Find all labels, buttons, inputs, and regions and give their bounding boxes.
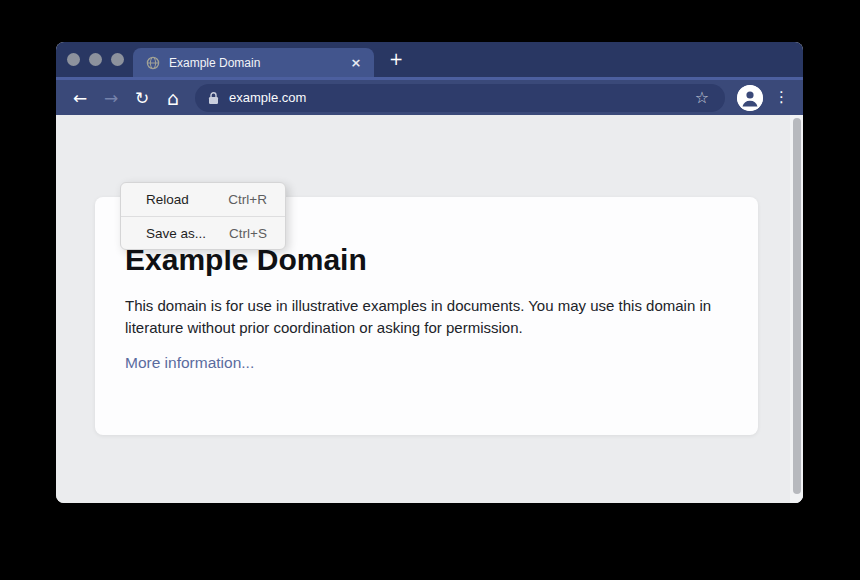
tab-title: Example Domain (169, 56, 348, 70)
minimize-window-button[interactable] (89, 53, 102, 66)
more-information-link[interactable]: More information... (125, 354, 254, 372)
menu-item-save-as[interactable]: Save as... Ctrl+S (121, 216, 285, 249)
traffic-lights (67, 53, 124, 66)
address-bar[interactable]: example.com ☆ (195, 84, 725, 112)
forward-icon[interactable]: → (99, 86, 123, 110)
tab-example-domain[interactable]: Example Domain × (133, 48, 374, 77)
close-window-button[interactable] (67, 53, 80, 66)
bookmark-star-icon[interactable]: ☆ (695, 90, 709, 106)
scrollbar-thumb[interactable] (793, 118, 801, 494)
menu-item-label: Reload (146, 192, 189, 207)
page-paragraph: This domain is for use in illustrative e… (125, 295, 718, 339)
menu-kebab-icon[interactable]: ⋮ (774, 90, 789, 105)
globe-favicon-icon (146, 56, 160, 70)
scrollbar-track[interactable] (790, 115, 803, 503)
page-viewport: Example Domain This domain is for use in… (56, 115, 803, 503)
back-icon[interactable]: ← (68, 86, 92, 110)
menu-item-shortcut: Ctrl+R (228, 192, 267, 207)
reload-icon[interactable]: ↻ (130, 86, 154, 110)
home-icon[interactable]: ⌂ (161, 86, 185, 110)
profile-avatar-icon[interactable] (737, 85, 763, 111)
browser-window: Example Domain × + ← → ↻ ⌂ example.com ☆ (56, 42, 803, 503)
menu-item-shortcut: Ctrl+S (229, 226, 267, 241)
context-menu: Reload Ctrl+R Save as... Ctrl+S (120, 182, 286, 250)
url-text: example.com (229, 90, 306, 105)
title-bar: Example Domain × + (56, 42, 803, 77)
menu-item-reload[interactable]: Reload Ctrl+R (121, 183, 285, 216)
navigation-bar: ← → ↻ ⌂ example.com ☆ ⋮ (56, 77, 803, 115)
lock-icon (208, 91, 219, 105)
new-tab-button[interactable]: + (386, 50, 406, 70)
tab-close-icon[interactable]: × (348, 55, 364, 71)
zoom-window-button[interactable] (111, 53, 124, 66)
menu-item-label: Save as... (146, 226, 206, 241)
